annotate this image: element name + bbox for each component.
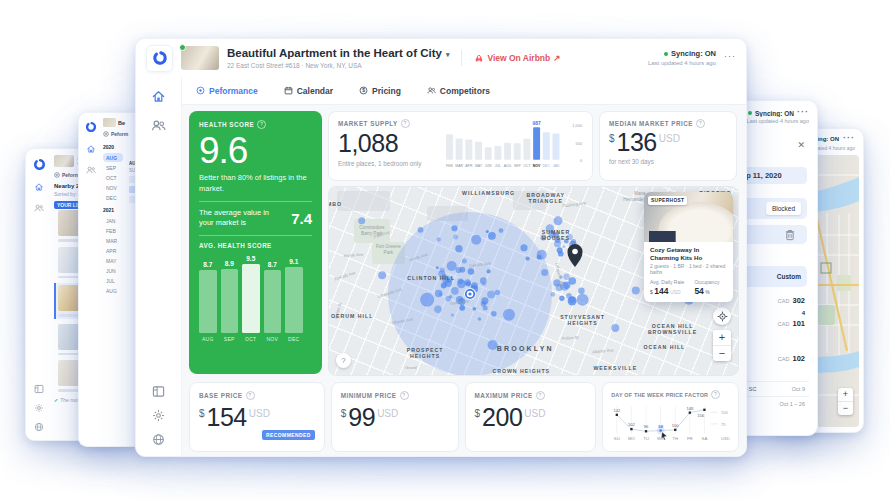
listing-bubble (418, 227, 424, 233)
svg-text:96: 96 (644, 424, 649, 429)
card-label: MEDIAN MARKET PRICE (609, 120, 693, 127)
sidebar-rail (136, 77, 182, 456)
map-label: OCEAN HILLBROWNSVILLE (648, 323, 697, 335)
data-point (660, 429, 662, 431)
info-icon[interactable]: ? (711, 390, 720, 399)
map-label: PROSPECTHEIGHTS (407, 347, 444, 359)
info-icon[interactable]: ? (696, 119, 705, 128)
bar (475, 142, 482, 160)
day-of-week-line-chart: 142SU102MO96TU98WE100TH148FR156SA15075US… (611, 402, 730, 442)
home-icon[interactable] (34, 182, 44, 192)
market-map[interactable]: Flushing AvePark AveMyrtle AveMyrtle Ave… (328, 186, 739, 376)
info-icon[interactable]: ? (400, 391, 409, 400)
sync-dot (748, 111, 752, 115)
last-updated: Last updated 4 hours ago (648, 59, 716, 67)
month-item[interactable]: FEB (103, 226, 123, 235)
chevron-down-icon[interactable]: ▾ (446, 51, 450, 58)
month-item[interactable]: MAR (103, 236, 123, 245)
svg-text:JUL: JUL (495, 164, 501, 168)
dashboard-content: HEALTH SCORE? 9.6 Better than 80% of lis… (182, 104, 746, 456)
app-logo[interactable] (146, 45, 173, 72)
gear-icon[interactable] (152, 409, 165, 422)
month-item[interactable]: SEP (103, 163, 123, 172)
listing-bubble (554, 240, 561, 247)
people-icon[interactable] (151, 118, 166, 133)
svg-text:JAN: JAN (553, 164, 560, 168)
listing-bubble (483, 306, 488, 311)
listing-bubble (459, 305, 465, 311)
month-item[interactable]: AUG (103, 286, 123, 295)
tab-pricing[interactable]: $ Pricing (359, 86, 401, 96)
minimum-price-card: MINIMUM PRICE? $ 99 USD (331, 382, 459, 452)
svg-text:SEP: SEP (514, 164, 522, 168)
month-item[interactable]: JUL (103, 276, 123, 285)
gear-icon[interactable] (34, 403, 44, 413)
blocked-option[interactable]: Blocked (766, 202, 801, 215)
bar (465, 139, 472, 159)
market-average-text: The average value in your market is (199, 208, 285, 229)
market-supply-value: 1,088 (338, 130, 440, 158)
svg-text:150: 150 (721, 410, 729, 415)
month-item[interactable]: DEC (103, 193, 123, 202)
svg-text:DEC: DEC (543, 164, 551, 168)
month-item[interactable]: MAY (103, 256, 123, 265)
listing-bubble (439, 292, 443, 296)
month-item[interactable]: JUN (103, 266, 123, 275)
people-icon[interactable] (86, 165, 96, 175)
info-icon[interactable]: ? (257, 120, 266, 129)
listing-title-block[interactable]: Beautiful Apartment in the Heart of City… (227, 46, 449, 70)
listing-bubble (554, 216, 563, 225)
tab-competitors[interactable]: Competitors (427, 86, 490, 96)
listing-bubble (451, 225, 457, 231)
svg-text:MAR: MAR (455, 164, 463, 168)
active-dot (179, 44, 186, 51)
columns-icon[interactable] (34, 384, 44, 394)
listing-bubble (541, 269, 548, 276)
zoom-in-button[interactable]: + (838, 388, 853, 401)
map-label: CROWN HEIGHTS (492, 368, 550, 374)
globe-icon[interactable] (152, 433, 165, 446)
year-label: 2021 (103, 207, 137, 213)
help-button[interactable]: ? (336, 353, 351, 368)
menu-dots[interactable]: ··· (797, 107, 809, 117)
locate-button[interactable] (713, 307, 731, 325)
month-item[interactable]: APR (103, 246, 123, 255)
listing-bubble (453, 235, 458, 240)
svg-text:NOV: NOV (533, 164, 541, 168)
people-icon[interactable] (34, 203, 44, 213)
svg-text:156: 156 (697, 413, 705, 418)
home-icon[interactable] (151, 89, 166, 104)
tab-performance[interactable]: Peform (103, 131, 137, 137)
listing-bubble (455, 245, 462, 252)
view-on-airbnb-link[interactable]: View On Airbnb↗ (474, 53, 560, 63)
globe-icon[interactable] (34, 422, 44, 432)
median-price-subtitle: for next 30 days (609, 158, 727, 165)
bar: 9.1 (285, 258, 303, 333)
tab-performance[interactable]: Peformance (196, 86, 258, 96)
listing-bubble (462, 259, 467, 264)
svg-text:USD: USD (721, 436, 730, 441)
month-item[interactable]: NOV (103, 183, 123, 192)
avg-daily-rate: Avg. Daily Rate $144USD (650, 279, 684, 296)
month-item[interactable]: OCT (103, 173, 123, 182)
month-item[interactable]: AUG (103, 153, 123, 162)
zoom-out-button[interactable]: − (838, 401, 853, 415)
zoom-out-button[interactable]: − (713, 345, 731, 361)
columns-icon[interactable] (152, 385, 165, 398)
data-point (631, 428, 633, 430)
info-icon[interactable]: ? (536, 391, 545, 400)
zoom-in-button[interactable]: + (713, 330, 731, 345)
bar: 9.5 (242, 255, 260, 332)
home-icon[interactable] (86, 144, 96, 154)
info-icon[interactable]: ? (401, 119, 410, 128)
trash-icon[interactable] (785, 229, 795, 241)
custom-option[interactable]: Custom (777, 273, 801, 280)
info-icon[interactable]: ? (246, 391, 255, 400)
listing-popup-card[interactable]: SUPERHOST Cozy Getaway In Charming Kits … (644, 192, 733, 302)
tab-calendar[interactable]: Calendar (284, 86, 333, 96)
bar (485, 147, 492, 159)
menu-dots[interactable]: ··· (724, 51, 736, 61)
month-item[interactable]: JAN (103, 216, 123, 225)
menu-dots[interactable]: ··· (843, 133, 855, 143)
svg-text:500: 500 (576, 141, 583, 146)
